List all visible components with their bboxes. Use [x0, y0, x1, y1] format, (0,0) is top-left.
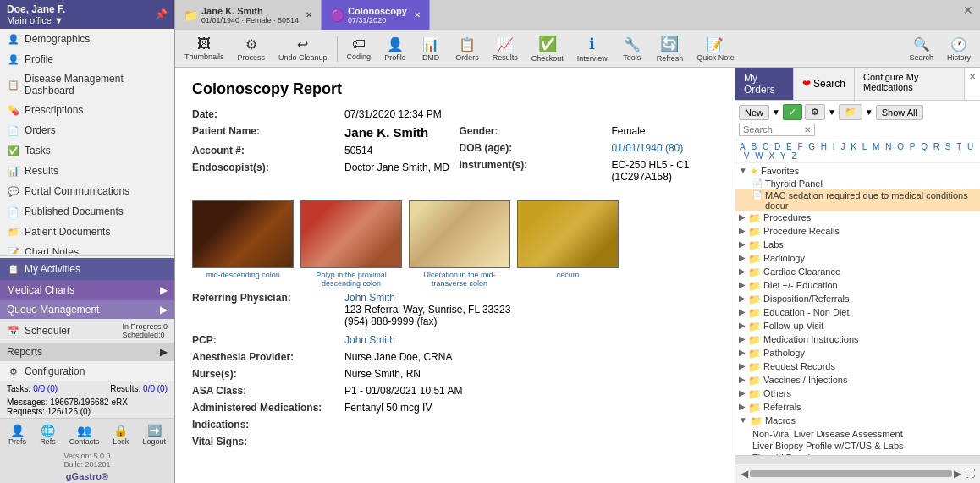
alpha-z[interactable]: Z: [790, 151, 797, 161]
sidebar-item-patient-docs[interactable]: 📁Patient Documents: [0, 222, 174, 242]
alpha-j[interactable]: J: [840, 142, 845, 151]
history-button[interactable]: 🕐 History: [941, 34, 977, 64]
new-button[interactable]: New: [739, 105, 769, 120]
alpha-p[interactable]: P: [909, 142, 917, 151]
edu-toggle-icon[interactable]: ▶: [739, 307, 746, 316]
tree-macros[interactable]: ▼ 📁 Macros: [735, 414, 980, 428]
image-2[interactable]: Polyp in the proximal descending colon: [300, 200, 402, 288]
search-button[interactable]: 🔍 Search: [903, 34, 939, 64]
alpha-v[interactable]: V: [743, 151, 751, 161]
tab-configure[interactable]: Configure My Medications: [855, 68, 965, 100]
interview-button[interactable]: ℹ Interview: [571, 32, 614, 65]
alpha-f[interactable]: F: [796, 142, 803, 151]
alpha-c[interactable]: C: [762, 142, 769, 151]
sidebar-item-demographics[interactable]: 👤Demographics: [0, 29, 174, 49]
right-panel-scrollbar[interactable]: [735, 455, 980, 464]
tab-jane-smith[interactable]: 📁 Jane K. Smith 01/01/1940 · Female · 50…: [175, 0, 322, 30]
tree-med-instructions[interactable]: ▶ 📁 Medication Instructions: [735, 333, 980, 347]
dropdown-arrow-icon[interactable]: ▼: [54, 15, 63, 25]
scroll-right-icon[interactable]: ▶: [952, 466, 963, 481]
scroll-left-icon[interactable]: ◀: [739, 466, 750, 481]
folder-button[interactable]: 📁: [839, 104, 862, 120]
results-button[interactable]: 📈 Results: [487, 34, 524, 64]
alpha-e[interactable]: E: [785, 142, 793, 151]
tab-my-orders[interactable]: My Orders: [735, 68, 794, 100]
favorites-toggle-icon[interactable]: ▼: [739, 166, 747, 175]
alpha-a[interactable]: A: [739, 142, 746, 151]
tree-others[interactable]: ▶ 📁 Others: [735, 387, 980, 401]
tree-cardiac[interactable]: ▶ 📁 Cardiac Clearance: [735, 266, 980, 279]
procedures-toggle-icon[interactable]: ▶: [739, 212, 746, 222]
new-dropdown-arrow[interactable]: ▼: [772, 107, 780, 117]
tree-mac-sedation[interactable]: 📄 MAC sedation required due to medical c…: [735, 189, 980, 211]
sidebar-item-queue-mgmt[interactable]: Queue Management ▶: [0, 300, 174, 319]
tree-disposition[interactable]: ▶ 📁 Disposition/Referrals: [735, 293, 980, 306]
radiology-toggle-icon[interactable]: ▶: [739, 253, 746, 262]
sidebar-item-chart-notes[interactable]: 📝Chart Notes: [0, 242, 174, 254]
sidebar-item-tasks[interactable]: ✅Tasks: [0, 140, 174, 161]
sidebar-item-prescriptions[interactable]: 💊Prescriptions: [0, 100, 174, 120]
alpha-t[interactable]: T: [955, 142, 962, 151]
tree-thyroid-panel[interactable]: 📄 Thyroid Panel: [735, 178, 980, 189]
tab-jane-close-icon[interactable]: ✕: [306, 10, 312, 19]
sidebar-item-orders[interactable]: 📄Orders: [0, 120, 174, 140]
tree-pathology[interactable]: ▶ 📁 Pathology: [735, 347, 980, 360]
tree-liver-biopsy[interactable]: Liver Biopsy Profile w/CT/US & Labs: [735, 440, 980, 452]
alpha-b[interactable]: B: [750, 142, 757, 151]
messages-link[interactable]: 196678/196682: [50, 398, 109, 407]
sidebar-item-disease-mgmt[interactable]: 📋Disease Management Dashboard: [0, 69, 174, 100]
search-clear-icon[interactable]: ✕: [804, 125, 811, 134]
orders-search[interactable]: ✕: [739, 123, 815, 136]
tree-favorites[interactable]: ▼ ★ Favorites: [735, 165, 980, 178]
tree-referrals[interactable]: ▶ 📁 Referrals: [735, 401, 980, 414]
tree-vaccines[interactable]: ▶ 📁 Vaccines / Injections: [735, 374, 980, 387]
alpha-u[interactable]: U: [966, 142, 974, 151]
thumbnails-button[interactable]: 🖼 Thumbnails: [179, 34, 230, 63]
right-panel-close-icon[interactable]: ✕: [965, 68, 980, 100]
diet-toggle-icon[interactable]: ▶: [739, 280, 746, 289]
image-3[interactable]: Ulceration in the mid-transverse colon: [409, 200, 510, 288]
sidebar-item-scheduler[interactable]: 📅 Scheduler In Progress:0Scheduled:0: [0, 319, 174, 343]
sidebar-item-my-activities[interactable]: 📋 My Activities: [0, 258, 174, 280]
disposition-toggle-icon[interactable]: ▶: [739, 294, 746, 303]
orders-button[interactable]: 📋 Orders: [449, 34, 485, 64]
alpha-r[interactable]: R: [933, 142, 940, 151]
tab-search[interactable]: ❤ Search: [794, 68, 855, 100]
undo-cleanup-button[interactable]: ↩ Undo Cleanup: [273, 34, 333, 64]
tasks-link[interactable]: 0/0 (0): [33, 384, 58, 393]
req-toggle-icon[interactable]: ▶: [739, 361, 746, 370]
vaccines-toggle-icon[interactable]: ▶: [739, 375, 746, 384]
coding-button[interactable]: 🏷 Coding: [341, 34, 377, 63]
alpha-d[interactable]: D: [774, 142, 781, 151]
tree-request-records[interactable]: ▶ 📁 Request Records: [735, 360, 980, 374]
tree-non-viral-liver[interactable]: Non-Viral Liver Disease Assessment: [735, 428, 980, 440]
alpha-y[interactable]: Y: [779, 151, 787, 161]
referring-name[interactable]: John Smith: [344, 292, 718, 304]
alpha-x[interactable]: X: [768, 151, 775, 161]
tab-colonoscopy-close-icon[interactable]: ✕: [414, 10, 421, 19]
results-link[interactable]: 0/0 (0): [143, 384, 168, 393]
prefs-button[interactable]: 👤 Prefs: [7, 422, 28, 447]
profile-button[interactable]: 👤 Profile: [378, 34, 412, 64]
tree-diet-education[interactable]: ▶ 📁 Diet +/- Education: [735, 279, 980, 293]
logout-button[interactable]: ➡️ Logout: [140, 422, 168, 447]
others-toggle-icon[interactable]: ▶: [739, 388, 746, 398]
path-toggle-icon[interactable]: ▶: [739, 348, 746, 357]
dmd-button[interactable]: 📊 DMD: [414, 34, 448, 64]
alpha-s[interactable]: S: [944, 142, 952, 151]
pin-icon[interactable]: 📌: [155, 8, 168, 20]
macros-toggle-icon[interactable]: ▼: [739, 415, 747, 425]
alpha-n[interactable]: N: [884, 142, 892, 151]
refresh-button[interactable]: 🔄 Refresh: [651, 32, 690, 65]
settings-button[interactable]: ⚙: [805, 104, 825, 120]
approve-button[interactable]: ✓: [783, 104, 802, 120]
alpha-h[interactable]: H: [820, 142, 828, 151]
sidebar-item-medical-charts[interactable]: Medical Charts ▶: [0, 280, 174, 300]
lock-button[interactable]: 🔒 Lock: [111, 422, 130, 447]
sidebar-item-published-docs[interactable]: 📄Published Documents: [0, 201, 174, 222]
alpha-m[interactable]: M: [872, 142, 880, 151]
expand-icon[interactable]: ⛶: [963, 466, 977, 481]
sidebar-item-results[interactable]: 📊Results: [0, 161, 174, 181]
alpha-w[interactable]: W: [754, 151, 763, 161]
tab-bar-close-icon[interactable]: ✕: [956, 0, 980, 30]
